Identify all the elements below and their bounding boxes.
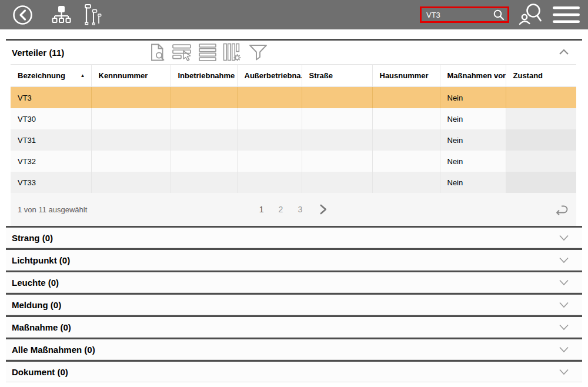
section-title: Verteiler (11) (6, 48, 64, 58)
accordion-section-2[interactable]: Lichtpunkt (0) (6, 248, 582, 271)
page-button-3[interactable]: 3 (298, 205, 302, 214)
verteiler-header[interactable]: Verteiler (11) (6, 41, 582, 64)
cell-strasse (302, 108, 372, 129)
section-label: Maßnahme (0) (12, 322, 71, 332)
search-input-box[interactable] (420, 6, 509, 23)
cell-inbetriebnahme (171, 108, 237, 129)
chevron-down-icon[interactable] (559, 346, 569, 353)
pagination: 123 (259, 204, 328, 215)
cell-ausserbetriebnahme (237, 129, 302, 151)
cell-kennnummer (91, 172, 171, 193)
cell-zustand (506, 87, 576, 109)
chevron-left-circle-icon (12, 4, 34, 26)
main-content: Verteiler (11) (6, 39, 582, 382)
cell-massnahmen: Nein (440, 151, 506, 172)
document-preview-icon[interactable] (150, 44, 166, 61)
cell-zustand (506, 172, 576, 193)
chevron-down-icon[interactable] (559, 324, 569, 331)
cell-bezeichnung: VT33 (11, 172, 91, 193)
list-rows-icon[interactable] (199, 44, 216, 61)
cell-kennnummer (91, 108, 171, 129)
cell-strasse (302, 151, 372, 172)
cell-massnahmen: Nein (440, 172, 506, 193)
table-toolbar (150, 43, 268, 62)
sort-ascending-icon: ▲ (81, 72, 85, 78)
cell-ausserbetriebnahme (237, 108, 302, 129)
cell-zustand (506, 151, 576, 172)
cell-strasse (302, 129, 372, 151)
cell-strasse (302, 87, 372, 109)
table-header-row: Bezeichnung▲KennnummerInbetriebnahmeAuße… (11, 65, 576, 87)
accordion-section-6[interactable]: Alle Maßnahmen (0) (6, 338, 582, 360)
cell-hausnummer (372, 172, 440, 193)
column-header-hausnummer[interactable]: Hausnummer (372, 65, 440, 87)
section-label: Dokument (0) (12, 367, 68, 377)
top-bar (0, 0, 588, 29)
table-row[interactable]: VT32Nein (11, 151, 576, 172)
return-arrow-icon[interactable] (553, 203, 569, 216)
page-button-2[interactable]: 2 (279, 205, 283, 214)
cell-ausserbetriebnahme (237, 151, 302, 172)
table-row[interactable]: VT31Nein (11, 129, 576, 151)
column-header-kennnummer[interactable]: Kennnummer (91, 65, 171, 87)
person-search-icon[interactable] (517, 2, 543, 27)
accordion-section-1[interactable]: Strang (0) (6, 226, 582, 248)
verteiler-table: Bezeichnung▲KennnummerInbetriebnahmeAuße… (11, 64, 576, 193)
cell-strasse (302, 172, 372, 193)
table-footer: 1 von 11 ausgewählt 123 (11, 193, 576, 226)
accordion-sections: Strang (0) Lichtpunkt (0) Leuchte (0) Me… (6, 226, 582, 382)
chevron-down-icon[interactable] (559, 302, 569, 308)
column-header-massnahmen[interactable]: Maßnahmen vor... (440, 65, 506, 87)
column-header-inbetriebnahme[interactable]: Inbetriebnahme (171, 65, 237, 87)
cell-ausserbetriebnahme (237, 87, 302, 109)
column-settings-icon[interactable] (223, 43, 242, 62)
column-header-ausserbetriebnahme[interactable]: Außerbetriebna... (237, 65, 302, 87)
accordion-section-3[interactable]: Leuchte (0) (6, 271, 582, 293)
accordion-section-4[interactable]: Meldung (0) (6, 293, 582, 315)
hamburger-menu-icon[interactable] (553, 5, 580, 24)
cell-inbetriebnahme (171, 172, 237, 193)
cell-inbetriebnahme (171, 151, 237, 172)
page-button-1[interactable]: 1 (259, 205, 264, 214)
column-header-zustand[interactable]: Zustand (506, 65, 576, 87)
section-label: Meldung (0) (12, 300, 61, 310)
table-row[interactable]: VT30Nein (11, 108, 576, 129)
table-row[interactable]: VT33Nein (11, 172, 576, 193)
back-button[interactable] (12, 4, 34, 26)
cell-bezeichnung: VT3 (11, 87, 91, 109)
hierarchy-icon[interactable] (50, 5, 73, 25)
cell-hausnummer (372, 129, 440, 151)
section-label: Alle Maßnahmen (0) (12, 345, 95, 355)
next-page-icon[interactable] (319, 204, 328, 215)
selection-status: 1 von 11 ausgewählt (18, 205, 87, 214)
cell-hausnummer (372, 151, 440, 172)
chevron-down-icon[interactable] (559, 257, 569, 263)
select-rows-icon[interactable] (172, 44, 192, 61)
cell-zustand (506, 129, 576, 151)
cell-zustand (506, 108, 576, 129)
cell-massnahmen: Nein (440, 129, 506, 151)
table-row[interactable]: VT3Nein (11, 87, 576, 109)
section-label: Lichtpunkt (0) (12, 255, 70, 265)
cell-hausnummer (372, 87, 440, 109)
accordion-section-7[interactable]: Dokument (0) (6, 360, 582, 382)
cell-kennnummer (91, 151, 171, 172)
chevron-up-icon[interactable] (559, 47, 569, 58)
filter-icon[interactable] (248, 44, 268, 61)
column-header-bezeichnung[interactable]: Bezeichnung▲ (11, 65, 91, 87)
search-icon[interactable] (493, 9, 505, 24)
chevron-down-icon[interactable] (559, 369, 569, 375)
cell-ausserbetriebnahme (237, 172, 302, 193)
section-label: Leuchte (0) (12, 278, 59, 288)
chevron-down-icon[interactable] (559, 235, 569, 241)
streetlamps-icon[interactable] (81, 4, 103, 26)
accordion-section-verteiler: Verteiler (11) (6, 39, 582, 226)
cell-hausnummer (372, 108, 440, 129)
column-header-strasse[interactable]: Straße (302, 65, 372, 87)
chevron-down-icon[interactable] (559, 279, 569, 286)
accordion-section-5[interactable]: Maßnahme (0) (6, 315, 582, 338)
cell-massnahmen: Nein (440, 108, 506, 129)
section-label: Strang (0) (12, 233, 53, 243)
cell-inbetriebnahme (171, 87, 237, 109)
cell-bezeichnung: VT31 (11, 129, 91, 151)
